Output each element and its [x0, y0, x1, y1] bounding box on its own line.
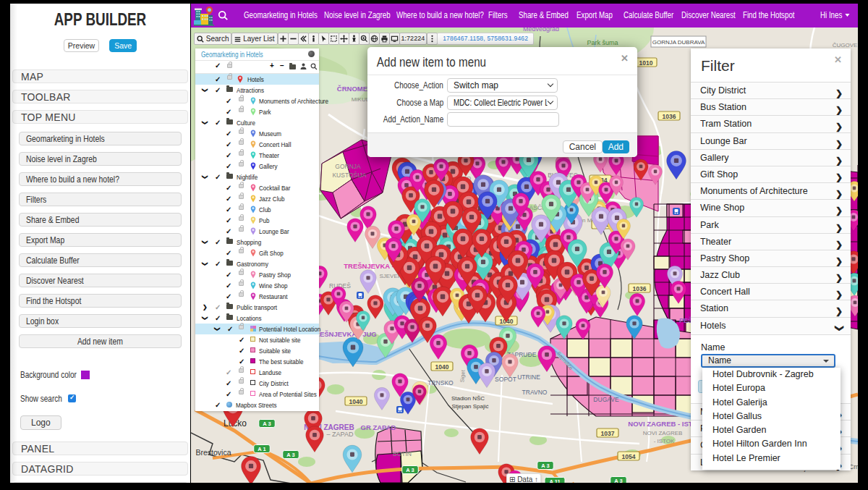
- svg-text:Brestovica: Brestovica: [195, 448, 231, 457]
- svg-text:NOVI ZAGREB: NOVI ZAGREB: [643, 430, 683, 436]
- svg-text:1054: 1054: [622, 453, 636, 460]
- svg-text:GORNJA DUBRAVA: GORNJA DUBRAVA: [652, 39, 705, 46]
- svg-text:1036: 1036: [633, 285, 647, 292]
- svg-text:ČUGOVE: ČUGOVE: [833, 42, 858, 48]
- svg-text:UTRINE: UTRINE: [517, 373, 540, 381]
- svg-text:KUSTOŠIJA: KUSTOŠIJA: [332, 172, 366, 179]
- svg-text:A 3: A 3: [263, 421, 271, 427]
- svg-text:GR ZAPAD: GR ZAPAD: [361, 423, 396, 431]
- svg-text:- ISTOK: - ISTOK: [654, 438, 675, 444]
- svg-text:SOPOT: SOPOT: [495, 376, 516, 383]
- svg-text:BOTIN: BOTIN: [393, 450, 412, 457]
- svg-text:TRAVNO: TRAVNO: [522, 389, 548, 396]
- svg-text:Medvedgrad: Medvedgrad: [523, 28, 559, 33]
- svg-text:A 3: A 3: [406, 467, 414, 473]
- svg-text:Siget: Siget: [459, 369, 467, 383]
- svg-text:1010: 1010: [639, 59, 653, 67]
- svg-text:A 3: A 3: [286, 452, 294, 458]
- svg-text:1040: 1040: [435, 363, 449, 371]
- svg-text:A 3: A 3: [614, 478, 622, 483]
- svg-text:DUGAVE: DUGAVE: [593, 396, 619, 403]
- svg-text:1040: 1040: [349, 398, 363, 405]
- svg-text:A 11: A 11: [549, 478, 560, 483]
- svg-text:Stjepan Spajić: Stjepan Spajić: [451, 403, 488, 410]
- svg-text:A 3: A 3: [541, 462, 549, 469]
- svg-text:GORNJA: GORNJA: [335, 163, 361, 170]
- svg-text:– ZAPAD: – ZAPAD: [327, 431, 354, 438]
- svg-text:1037: 1037: [601, 430, 615, 437]
- svg-text:Stadion NŠC: Stadion NŠC: [451, 395, 485, 402]
- svg-text:Park šuma: Park šuma: [587, 39, 618, 46]
- svg-text:TRNSKO: TRNSKO: [427, 379, 454, 386]
- svg-text:1036: 1036: [663, 113, 676, 120]
- svg-text:A 1: A 1: [258, 446, 265, 452]
